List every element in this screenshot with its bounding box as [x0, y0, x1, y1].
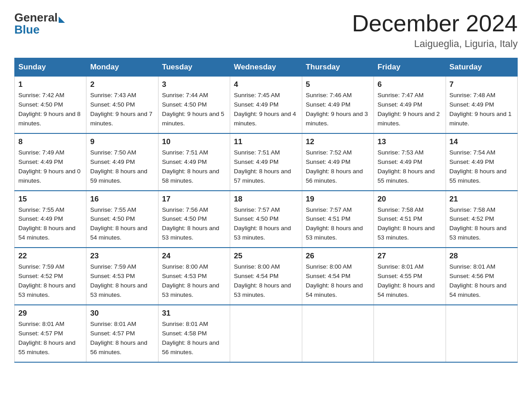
header-wednesday: Wednesday — [230, 58, 302, 77]
day-number: 19 — [306, 195, 370, 204]
day-info: Sunrise: 8:01 AMSunset: 4:57 PMDaylight:… — [90, 321, 147, 355]
day-info: Sunrise: 7:59 AMSunset: 4:53 PMDaylight:… — [90, 263, 147, 298]
day-cell: 12Sunrise: 7:52 AMSunset: 4:49 PMDayligh… — [302, 133, 373, 191]
week-row-2: 8Sunrise: 7:49 AMSunset: 4:49 PMDaylight… — [15, 133, 518, 191]
day-info: Sunrise: 7:52 AMSunset: 4:49 PMDaylight:… — [306, 149, 363, 184]
day-info: Sunrise: 7:59 AMSunset: 4:52 PMDaylight:… — [18, 263, 76, 298]
day-number: 17 — [162, 195, 226, 204]
day-number: 28 — [450, 252, 514, 261]
day-cell: 8Sunrise: 7:49 AMSunset: 4:49 PMDaylight… — [15, 133, 86, 191]
day-number: 22 — [18, 252, 82, 261]
day-info: Sunrise: 7:58 AMSunset: 4:52 PMDaylight:… — [450, 206, 507, 241]
header-monday: Monday — [86, 58, 158, 77]
logo-blue-text: Blue — [14, 23, 39, 37]
day-number: 15 — [18, 195, 82, 204]
day-cell: 31Sunrise: 8:01 AMSunset: 4:58 PMDayligh… — [158, 305, 230, 362]
day-cell: 19Sunrise: 7:57 AMSunset: 4:51 PMDayligh… — [302, 191, 373, 248]
day-info: Sunrise: 7:45 AMSunset: 4:49 PMDaylight:… — [234, 92, 296, 127]
day-cell: 13Sunrise: 7:53 AMSunset: 4:49 PMDayligh… — [374, 133, 446, 191]
logo: General Blue — [14, 11, 65, 37]
logo-arrow-icon — [59, 17, 65, 23]
day-number: 25 — [234, 252, 298, 261]
day-info: Sunrise: 7:47 AMSunset: 4:49 PMDaylight:… — [378, 92, 440, 127]
day-info: Sunrise: 8:01 AMSunset: 4:58 PMDaylight:… — [162, 321, 219, 355]
day-number: 10 — [162, 137, 226, 146]
title-area: December 2024 Laigueglia, Liguria, Italy — [352, 11, 518, 50]
week-row-4: 22Sunrise: 7:59 AMSunset: 4:52 PMDayligh… — [15, 248, 518, 305]
week-row-1: 1Sunrise: 7:42 AMSunset: 4:50 PMDaylight… — [15, 77, 518, 133]
day-number: 27 — [378, 252, 442, 261]
day-cell: 23Sunrise: 7:59 AMSunset: 4:53 PMDayligh… — [86, 248, 158, 305]
day-cell: 5Sunrise: 7:46 AMSunset: 4:49 PMDaylight… — [302, 77, 373, 133]
day-cell — [302, 305, 373, 362]
day-number: 3 — [162, 80, 226, 89]
day-cell: 30Sunrise: 8:01 AMSunset: 4:57 PMDayligh… — [86, 305, 158, 362]
day-cell: 4Sunrise: 7:45 AMSunset: 4:49 PMDaylight… — [230, 77, 302, 133]
day-cell: 28Sunrise: 8:01 AMSunset: 4:56 PMDayligh… — [446, 248, 517, 305]
day-cell — [230, 305, 302, 362]
day-cell: 1Sunrise: 7:42 AMSunset: 4:50 PMDaylight… — [15, 77, 86, 133]
day-info: Sunrise: 8:01 AMSunset: 4:55 PMDaylight:… — [378, 263, 435, 298]
day-number: 2 — [90, 80, 154, 89]
day-info: Sunrise: 7:48 AMSunset: 4:49 PMDaylight:… — [450, 92, 512, 127]
day-cell: 27Sunrise: 8:01 AMSunset: 4:55 PMDayligh… — [374, 248, 446, 305]
day-cell: 7Sunrise: 7:48 AMSunset: 4:49 PMDaylight… — [446, 77, 517, 133]
day-cell: 16Sunrise: 7:55 AMSunset: 4:50 PMDayligh… — [86, 191, 158, 248]
day-cell: 21Sunrise: 7:58 AMSunset: 4:52 PMDayligh… — [446, 191, 517, 248]
day-info: Sunrise: 8:00 AMSunset: 4:54 PMDaylight:… — [306, 263, 363, 298]
day-number: 14 — [450, 137, 514, 146]
day-number: 16 — [90, 195, 154, 204]
day-cell: 11Sunrise: 7:51 AMSunset: 4:49 PMDayligh… — [230, 133, 302, 191]
day-number: 23 — [90, 252, 154, 261]
day-number: 4 — [234, 80, 298, 89]
day-number: 6 — [378, 80, 442, 89]
day-cell: 6Sunrise: 7:47 AMSunset: 4:49 PMDaylight… — [374, 77, 446, 133]
day-number: 29 — [18, 309, 82, 318]
page-header: General Blue December 2024 Laigueglia, L… — [14, 11, 518, 50]
day-info: Sunrise: 7:54 AMSunset: 4:49 PMDaylight:… — [450, 149, 507, 184]
day-info: Sunrise: 7:58 AMSunset: 4:51 PMDaylight:… — [378, 206, 435, 241]
day-number: 1 — [18, 80, 82, 89]
day-cell: 29Sunrise: 8:01 AMSunset: 4:57 PMDayligh… — [15, 305, 86, 362]
day-cell: 9Sunrise: 7:50 AMSunset: 4:49 PMDaylight… — [86, 133, 158, 191]
day-cell: 15Sunrise: 7:55 AMSunset: 4:49 PMDayligh… — [15, 191, 86, 248]
header-sunday: Sunday — [15, 58, 86, 77]
day-info: Sunrise: 7:51 AMSunset: 4:49 PMDaylight:… — [162, 149, 219, 184]
day-info: Sunrise: 8:01 AMSunset: 4:56 PMDaylight:… — [450, 263, 507, 298]
day-info: Sunrise: 8:00 AMSunset: 4:53 PMDaylight:… — [162, 263, 219, 298]
day-cell: 10Sunrise: 7:51 AMSunset: 4:49 PMDayligh… — [158, 133, 230, 191]
day-number: 13 — [378, 137, 442, 146]
location-text: Laigueglia, Liguria, Italy — [352, 38, 518, 50]
day-cell: 20Sunrise: 7:58 AMSunset: 4:51 PMDayligh… — [374, 191, 446, 248]
day-info: Sunrise: 8:00 AMSunset: 4:54 PMDaylight:… — [234, 263, 291, 298]
day-number: 12 — [306, 137, 370, 146]
day-info: Sunrise: 7:57 AMSunset: 4:50 PMDaylight:… — [234, 206, 291, 241]
day-info: Sunrise: 7:57 AMSunset: 4:51 PMDaylight:… — [306, 206, 363, 241]
day-cell: 24Sunrise: 8:00 AMSunset: 4:53 PMDayligh… — [158, 248, 230, 305]
day-cell: 25Sunrise: 8:00 AMSunset: 4:54 PMDayligh… — [230, 248, 302, 305]
header-friday: Friday — [374, 58, 446, 77]
day-info: Sunrise: 7:55 AMSunset: 4:50 PMDaylight:… — [90, 206, 147, 241]
day-cell: 18Sunrise: 7:57 AMSunset: 4:50 PMDayligh… — [230, 191, 302, 248]
day-cell: 3Sunrise: 7:44 AMSunset: 4:50 PMDaylight… — [158, 77, 230, 133]
day-info: Sunrise: 7:43 AMSunset: 4:50 PMDaylight:… — [90, 92, 152, 127]
day-cell: 2Sunrise: 7:43 AMSunset: 4:50 PMDaylight… — [86, 77, 158, 133]
month-title: December 2024 — [352, 11, 518, 36]
day-info: Sunrise: 7:44 AMSunset: 4:50 PMDaylight:… — [162, 92, 224, 127]
week-row-5: 29Sunrise: 8:01 AMSunset: 4:57 PMDayligh… — [15, 305, 518, 362]
day-number: 18 — [234, 195, 298, 204]
day-info: Sunrise: 7:42 AMSunset: 4:50 PMDaylight:… — [18, 92, 81, 127]
week-row-3: 15Sunrise: 7:55 AMSunset: 4:49 PMDayligh… — [15, 191, 518, 248]
day-number: 31 — [162, 309, 226, 318]
day-number: 30 — [90, 309, 154, 318]
day-info: Sunrise: 7:49 AMSunset: 4:49 PMDaylight:… — [18, 149, 81, 184]
header-thursday: Thursday — [302, 58, 373, 77]
day-info: Sunrise: 7:51 AMSunset: 4:49 PMDaylight:… — [234, 149, 291, 184]
day-number: 5 — [306, 80, 370, 89]
day-cell: 14Sunrise: 7:54 AMSunset: 4:49 PMDayligh… — [446, 133, 517, 191]
calendar-table: SundayMondayTuesdayWednesdayThursdayFrid… — [14, 58, 518, 362]
day-number: 9 — [90, 137, 154, 146]
day-info: Sunrise: 7:53 AMSunset: 4:49 PMDaylight:… — [378, 149, 435, 184]
day-number: 20 — [378, 195, 442, 204]
day-number: 8 — [18, 137, 82, 146]
